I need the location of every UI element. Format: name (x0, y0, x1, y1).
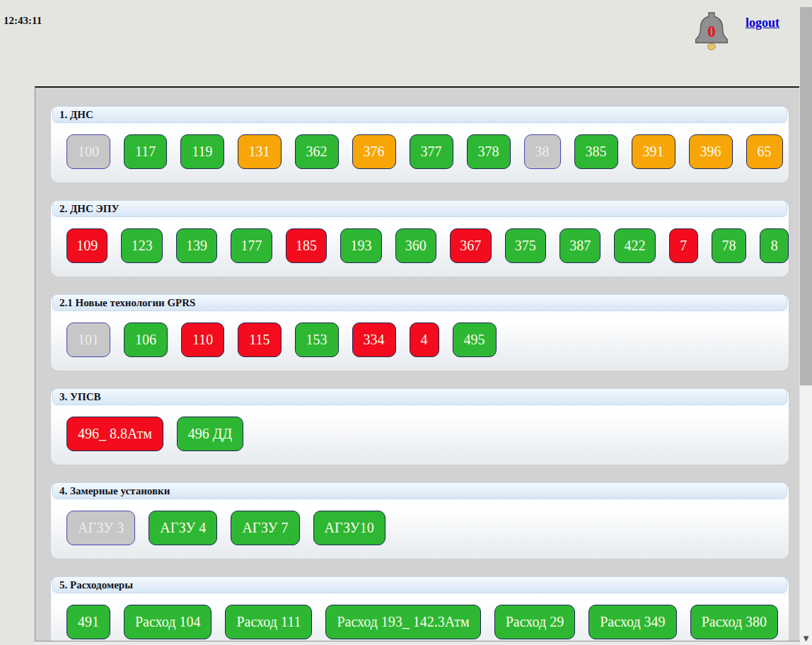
unit-button[interactable]: 65 (746, 134, 783, 169)
vertical-scrollbar-thumb[interactable] (800, 7, 812, 385)
unit-button[interactable]: 377 (410, 134, 453, 169)
unit-button[interactable]: 422 (614, 228, 655, 263)
section-panel: 2.1 Новые технологии GPRS101106110115153… (51, 294, 789, 371)
unit-button[interactable]: 396 (689, 134, 733, 169)
section-panel: 2. ДНС ЭПУ109123139177185193360367375387… (51, 200, 789, 277)
button-row: 496_ 8.8Атм496 ДД (66, 417, 789, 451)
unit-button[interactable]: 185 (286, 228, 327, 263)
section-header: 2. ДНС ЭПУ (52, 200, 787, 217)
unit-button[interactable]: 491 (66, 605, 110, 639)
unit-button[interactable]: Расход 104 (124, 605, 211, 639)
clock: 12:43:11 (4, 15, 42, 27)
section-header: 5. Расходомеры (52, 576, 787, 593)
unit-button[interactable]: Расход 349 (588, 605, 676, 639)
unit-button[interactable]: 375 (505, 228, 546, 263)
unit-button[interactable]: Расход 380 (690, 605, 778, 639)
unit-button[interactable]: 115 (238, 322, 281, 357)
unit-button[interactable]: 139 (176, 228, 217, 263)
unit-button[interactable]: 376 (352, 134, 396, 169)
section-header: 1. ДНС (52, 106, 787, 123)
button-row: АГЗУ 3АГЗУ 4АГЗУ 7АГЗУ10 (66, 511, 789, 545)
section-panel: 3. УПСВ496_ 8.8Атм496 ДД (51, 388, 789, 465)
unit-button[interactable]: 177 (231, 228, 272, 263)
unit-button[interactable]: АГЗУ 4 (149, 511, 217, 545)
section-panel: 4. Замерные установкиАГЗУ 3АГЗУ 4АГЗУ 7А… (51, 482, 789, 559)
unit-button[interactable]: 387 (559, 228, 601, 263)
unit-button[interactable]: 8 (760, 228, 789, 263)
notification-bell-icon[interactable]: 0 (695, 11, 728, 51)
unit-button[interactable]: 110 (181, 322, 224, 357)
bottom-edge-strip (35, 641, 800, 645)
unit-button[interactable]: 495 (453, 322, 497, 357)
unit-button[interactable]: 117 (124, 134, 167, 169)
unit-button[interactable]: Расход 111 (225, 605, 312, 639)
unit-button[interactable]: 362 (295, 134, 339, 169)
unit-button[interactable]: 119 (180, 134, 224, 169)
unit-button[interactable]: 334 (352, 322, 396, 357)
button-row: 491Расход 104Расход 111Расход 193_ 142.3… (66, 605, 789, 639)
unit-button[interactable]: 78 (712, 228, 747, 263)
section-header: 4. Замерные установки (52, 482, 787, 499)
unit-button[interactable]: 496 ДД (177, 417, 243, 451)
notification-count: 0 (707, 23, 716, 40)
button-row: 1091231391771851933603673753874227788 (66, 228, 789, 263)
unit-button[interactable]: 7 (669, 228, 698, 263)
unit-button[interactable]: 367 (450, 228, 491, 263)
unit-button[interactable]: 100 (66, 134, 110, 169)
unit-button[interactable]: 193 (340, 228, 381, 263)
unit-button[interactable]: 123 (121, 228, 162, 263)
section-header: 3. УПСВ (52, 388, 787, 405)
button-row: 1001171191313623763773783838539139665 (66, 134, 789, 169)
unit-button[interactable]: 360 (395, 228, 436, 263)
unit-button[interactable]: 109 (66, 228, 108, 263)
logout-link[interactable]: logout (746, 16, 779, 30)
unit-button[interactable]: АГЗУ10 (313, 511, 385, 545)
unit-button[interactable]: 4 (410, 322, 439, 357)
unit-button[interactable]: 496_ 8.8Атм (66, 417, 163, 451)
unit-button[interactable]: 385 (574, 134, 618, 169)
button-row: 1011061101151533344495 (66, 322, 789, 357)
section-header: 2.1 Новые технологии GPRS (52, 294, 787, 311)
unit-button[interactable]: 378 (467, 134, 511, 169)
bell-icon: 0 (695, 11, 728, 51)
unit-button[interactable]: 106 (124, 322, 168, 357)
unit-button[interactable]: Расход 193_ 142.3Атм (325, 605, 480, 639)
scrollbar-down-arrow-icon[interactable]: ▼ (800, 634, 812, 643)
section-panel: 1. ДНС1001171191313623763773783838539139… (51, 106, 789, 182)
unit-button[interactable]: 101 (66, 322, 110, 357)
unit-button[interactable]: 38 (524, 134, 561, 169)
section-panel: 5. Расходомеры491Расход 104Расход 111Рас… (51, 576, 789, 645)
unit-button[interactable]: АГЗУ 3 (66, 511, 135, 545)
unit-button[interactable]: 153 (295, 322, 339, 357)
unit-button[interactable]: Расход 29 (494, 605, 575, 639)
main-panel: 1. ДНС1001171191313623763773783838539139… (35, 86, 799, 645)
unit-button[interactable]: 131 (238, 134, 282, 169)
unit-button[interactable]: АГЗУ 7 (231, 511, 299, 545)
unit-button[interactable]: 391 (632, 134, 675, 169)
vertical-scrollbar[interactable]: ▼ (800, 7, 812, 645)
